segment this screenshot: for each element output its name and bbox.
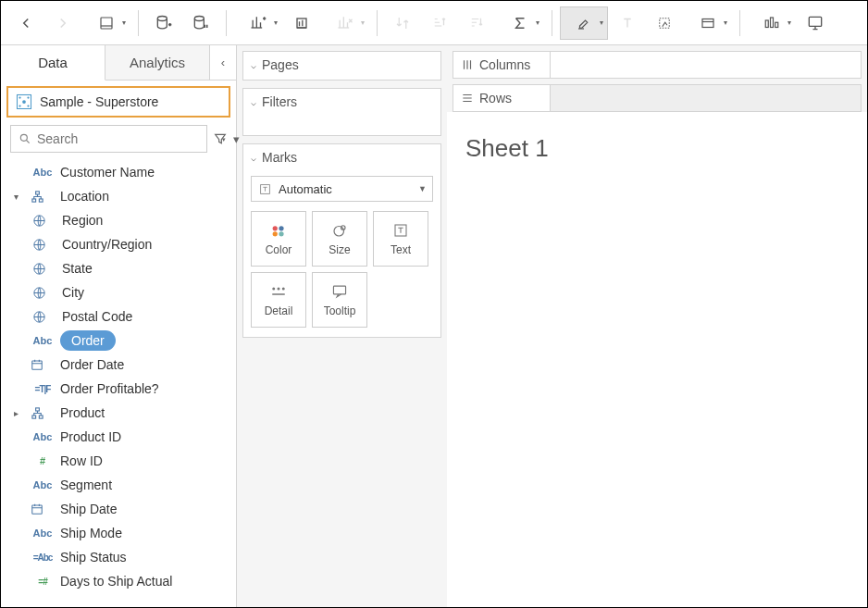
mark-type-dropdown[interactable]: Automatic ▼ xyxy=(251,176,433,202)
field-customer-name[interactable]: AbcCustomer Name xyxy=(5,160,232,184)
svg-point-32 xyxy=(279,226,283,230)
svg-rect-19 xyxy=(39,199,43,202)
field-postal-code[interactable]: Postal Code xyxy=(5,304,232,329)
field-label: Ship Date xyxy=(60,502,227,516)
fit-button[interactable]: ▾ xyxy=(684,6,732,40)
fields-tree: AbcCustomer Name▾LocationRegionCountry/R… xyxy=(1,160,236,607)
datasource-item[interactable]: Sample - Superstore xyxy=(6,86,230,118)
toolbar-separator xyxy=(739,10,740,36)
rows-shelf[interactable]: Rows xyxy=(453,84,862,112)
marks-tooltip-button[interactable]: Tooltip xyxy=(312,272,367,328)
new-datasource-button[interactable] xyxy=(146,6,181,40)
group-button[interactable] xyxy=(647,6,682,40)
field-label: Ship Mode xyxy=(60,526,227,540)
collapse-pane-button[interactable]: ‹ xyxy=(210,45,236,80)
columns-drop-area[interactable] xyxy=(551,51,862,79)
tooltip-icon xyxy=(331,282,348,301)
datasource-label: Sample - Superstore xyxy=(40,94,158,109)
totals-button[interactable]: ▾ xyxy=(496,6,544,40)
marks-text-button[interactable]: Text xyxy=(373,211,428,267)
save-button[interactable]: ▾ xyxy=(82,6,130,40)
svg-point-35 xyxy=(334,227,344,237)
sort-asc-button[interactable] xyxy=(422,6,457,40)
swap-button[interactable] xyxy=(385,6,420,40)
back-button[interactable] xyxy=(8,6,43,40)
field-country-region[interactable]: Country/Region xyxy=(5,232,232,256)
svg-rect-27 xyxy=(32,416,36,418)
field-label: Region xyxy=(62,213,227,228)
svg-point-31 xyxy=(273,226,278,230)
toolbar-separator xyxy=(138,10,139,36)
marks-color-button[interactable]: Color xyxy=(251,211,306,267)
svg-point-38 xyxy=(272,288,275,291)
sheet-title[interactable]: Sheet 1 xyxy=(465,134,849,163)
rows-drop-area[interactable] xyxy=(551,84,862,112)
top-toolbar: ▾ ▾ ▾ ▾ ▾ ▾ ▾ xyxy=(1,1,867,45)
pages-label: Pages xyxy=(262,57,299,72)
columns-shelf[interactable]: Columns xyxy=(453,51,862,79)
marks-detail-button[interactable]: Detail xyxy=(251,272,306,328)
field-order[interactable]: AbcOrder xyxy=(5,329,232,353)
field-ship-mode[interactable]: AbcShip Mode xyxy=(5,521,232,545)
marks-size-button[interactable]: Size xyxy=(312,211,367,267)
duplicate-sheet-button[interactable] xyxy=(284,6,319,40)
cards-pane: ⌵Pages ⌵Filters ⌵Marks Automatic ▼ Color xyxy=(237,45,447,607)
presentation-button[interactable] xyxy=(798,6,833,40)
filter-fields-button[interactable]: ▾ xyxy=(213,125,228,153)
field-label: Order Profitable? xyxy=(60,381,227,396)
field-segment[interactable]: AbcSegment xyxy=(5,473,232,497)
color-icon xyxy=(270,221,287,240)
mark-type-value: Automatic xyxy=(279,182,332,196)
svg-rect-3 xyxy=(297,19,306,28)
filters-shelf[interactable]: ⌵Filters xyxy=(242,88,441,136)
svg-point-15 xyxy=(27,105,29,106)
field-row-id[interactable]: #Row ID xyxy=(5,449,232,473)
fields-menu-button[interactable]: ▾ xyxy=(233,125,240,153)
svg-rect-25 xyxy=(32,361,43,369)
field-label: Postal Code xyxy=(62,309,227,324)
field-city[interactable]: City xyxy=(5,280,232,304)
pause-data-button[interactable] xyxy=(183,6,218,40)
text-label-button[interactable] xyxy=(610,6,645,40)
highlight-button[interactable]: ▾ xyxy=(560,6,608,40)
worksheet-canvas[interactable]: Sheet 1 xyxy=(453,116,862,602)
search-icon xyxy=(19,132,31,145)
svg-point-12 xyxy=(19,96,20,98)
field-product-id[interactable]: AbcProduct ID xyxy=(5,425,232,449)
field-state[interactable]: State xyxy=(5,256,232,280)
forward-button[interactable] xyxy=(45,6,81,40)
toolbar-separator xyxy=(377,10,378,36)
svg-point-33 xyxy=(273,231,278,236)
field-ship-date[interactable]: Ship Date xyxy=(5,497,232,521)
field-label: Product ID xyxy=(60,429,227,444)
tab-analytics[interactable]: Analytics xyxy=(105,45,210,80)
search-input[interactable] xyxy=(37,131,199,146)
search-input-wrapper[interactable] xyxy=(10,125,207,153)
svg-point-40 xyxy=(282,288,285,291)
new-worksheet-button[interactable]: ▾ xyxy=(234,6,282,40)
field-order-date[interactable]: Order Date xyxy=(5,353,232,377)
field-location[interactable]: ▾Location xyxy=(5,184,232,208)
svg-rect-8 xyxy=(775,22,778,27)
sort-desc-button[interactable] xyxy=(459,6,494,40)
field-label: City xyxy=(62,285,227,300)
svg-point-13 xyxy=(27,96,29,98)
field-product[interactable]: ▸Product xyxy=(5,401,232,425)
field-label: State xyxy=(62,261,227,276)
field-days-to-ship-actual[interactable]: =#Days to Ship Actual xyxy=(5,569,232,593)
field-order-profitable-[interactable]: =T|FOrder Profitable? xyxy=(5,377,232,401)
detail-icon xyxy=(270,282,287,301)
svg-rect-7 xyxy=(771,18,774,28)
field-region[interactable]: Region xyxy=(5,208,232,232)
pages-shelf[interactable]: ⌵Pages xyxy=(242,51,441,81)
svg-point-39 xyxy=(278,288,280,291)
svg-rect-26 xyxy=(36,407,40,410)
show-me-button[interactable]: ▾ xyxy=(748,6,796,40)
field-ship-status[interactable]: =AbcShip Status xyxy=(5,545,232,569)
svg-point-2 xyxy=(194,16,204,20)
field-label: Order Date xyxy=(60,357,227,372)
tab-data[interactable]: Data xyxy=(1,45,105,81)
svg-point-14 xyxy=(19,105,20,106)
svg-rect-18 xyxy=(32,199,36,202)
clear-sheet-button[interactable]: ▾ xyxy=(321,6,369,40)
